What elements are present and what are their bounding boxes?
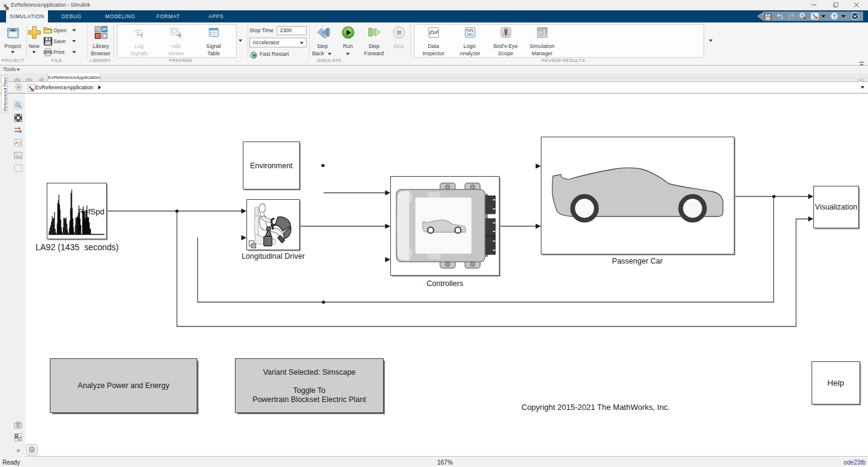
simulation-mode-caret bbox=[300, 42, 303, 44]
new-caret bbox=[32, 51, 36, 53]
run-icon bbox=[342, 26, 354, 41]
save-caret[interactable] bbox=[72, 40, 76, 43]
simulation-mode-dropdown[interactable]: Accelerator bbox=[249, 38, 307, 47]
diagram-stage: RefSpd LA92 (1435 seconds) Environment bbox=[0, 94, 868, 457]
project-caret bbox=[11, 51, 15, 53]
section-label-project: PROJECT bbox=[0, 57, 26, 64]
add-viewer-label1: Add bbox=[159, 43, 193, 50]
ecu-icon bbox=[391, 177, 498, 274]
step-forward-icon bbox=[367, 26, 382, 43]
block-longitudinal-driver[interactable] bbox=[246, 199, 300, 250]
subsystem-badge-icon[interactable] bbox=[15, 84, 22, 90]
toolstrip-ribbon: Project New Open bbox=[0, 22, 868, 66]
solver-link[interactable]: ode23tb bbox=[844, 459, 866, 466]
birds-eye-scope-label2: Scope bbox=[489, 50, 523, 57]
quick-access-toolbar: ? bbox=[757, 12, 863, 21]
qat-minimize-toolstrip-icon[interactable] bbox=[851, 12, 859, 21]
qat-undo-icon[interactable] bbox=[776, 12, 784, 21]
breadcrumb-bar: EvReferenceApplication bbox=[0, 82, 868, 94]
print-label: Print bbox=[53, 49, 64, 56]
longitudinal-driver-label[interactable]: Longitudinal Driver bbox=[225, 252, 322, 261]
simulation-manager-icon bbox=[536, 26, 549, 41]
referenced-files-tab[interactable]: Referenced Files bbox=[1, 75, 8, 113]
tools-label[interactable]: Tools bbox=[3, 66, 16, 73]
tab-format[interactable]: FORMAT bbox=[152, 10, 185, 22]
birds-eye-scope-icon bbox=[500, 26, 512, 41]
model-data-button[interactable] bbox=[26, 444, 38, 455]
block-environment[interactable]: Environment bbox=[243, 141, 300, 189]
add-viewer-label2: Viewer bbox=[159, 50, 193, 57]
tab-apps[interactable]: APPS bbox=[203, 10, 229, 22]
qat-search-icon[interactable] bbox=[799, 12, 807, 21]
simulation-mode-value: Accelerator bbox=[253, 39, 280, 46]
step-forward-label2: Forward bbox=[357, 50, 391, 57]
section-label-prepare: PREPARE bbox=[114, 57, 248, 64]
data-inspector-label2: Inspector bbox=[416, 50, 450, 57]
prepare-gallery-caret[interactable] bbox=[239, 39, 242, 42]
run-caret bbox=[346, 53, 350, 55]
step-back-caret bbox=[328, 53, 331, 55]
open-label: Open bbox=[53, 27, 67, 34]
simulink-logo-icon bbox=[2, 2, 10, 9]
stop-icon bbox=[393, 26, 405, 41]
stop-time-input[interactable]: 2300 bbox=[277, 26, 307, 35]
model-canvas-area: A » bbox=[0, 94, 868, 457]
qat-help-icon[interactable]: ? bbox=[830, 12, 838, 21]
status-text: Ready bbox=[2, 459, 20, 466]
open-caret[interactable] bbox=[72, 29, 76, 32]
qat-help-caret[interactable] bbox=[841, 12, 846, 21]
review-gallery-caret[interactable] bbox=[709, 39, 713, 42]
block-passenger-car[interactable] bbox=[541, 137, 734, 254]
tab-modeling[interactable]: MODELING bbox=[102, 10, 138, 22]
document-tab-bar: EvReferenceApplication bbox=[0, 73, 868, 82]
variant-line1: Variant Selected: Simscape bbox=[236, 368, 383, 377]
minimize-button[interactable] bbox=[805, 0, 823, 10]
signal-table-label2: Table bbox=[197, 50, 231, 57]
print-caret[interactable] bbox=[72, 51, 76, 53]
log-signals-icon bbox=[132, 27, 146, 41]
svg-text:?: ? bbox=[833, 13, 836, 19]
car-icon bbox=[541, 137, 733, 253]
block-help[interactable]: Help bbox=[812, 361, 860, 404]
tab-debug[interactable]: DEBUG bbox=[56, 10, 87, 22]
block-visualization[interactable]: Visualization bbox=[813, 186, 859, 228]
qat-screenshot-icon[interactable] bbox=[811, 12, 819, 21]
la92-block-label[interactable]: LA92 (1435 seconds) bbox=[29, 242, 126, 252]
qat-screenshot-caret[interactable] bbox=[821, 12, 826, 21]
new-icon bbox=[27, 25, 42, 43]
document-tab-evreferenceapplication[interactable]: EvReferenceApplication bbox=[47, 73, 101, 81]
qat-redo-icon[interactable] bbox=[788, 12, 796, 21]
tools-row: Tools bbox=[0, 66, 868, 73]
tab-simulation[interactable]: SIMULATION bbox=[6, 10, 48, 22]
library-browser-icon bbox=[93, 25, 109, 43]
block-variant-toggle[interactable]: Variant Selected: Simscape Toggle To Pow… bbox=[235, 358, 384, 413]
log-signals-label2: Signals bbox=[122, 50, 156, 57]
controllers-label[interactable]: Controllers bbox=[396, 279, 493, 288]
variant-line3: Powertrain Blockset Electric Plant bbox=[236, 395, 383, 404]
logic-analyzer-label2: Analyzer bbox=[453, 50, 487, 57]
qat-save-icon[interactable] bbox=[764, 12, 771, 21]
log-signals-label1: Log bbox=[122, 43, 156, 50]
library-browser-label2: Browser bbox=[85, 50, 117, 57]
copyright-annotation: Copyright 2015-2021 The MathWorks, Inc. bbox=[521, 403, 670, 412]
block-analyze-power-energy[interactable]: Analyze Power and Energy bbox=[50, 358, 197, 413]
status-bar: Ready 167% ode23tb bbox=[0, 457, 868, 467]
section-label-library: LIBRARY bbox=[87, 57, 114, 64]
driver-icon bbox=[247, 200, 299, 249]
model-badge-icon bbox=[27, 84, 35, 92]
window-title: EvReferenceApplication - Simulink bbox=[11, 1, 90, 9]
breadcrumb-dropdown-caret[interactable] bbox=[861, 86, 864, 89]
passenger-car-label[interactable]: Passenger Car bbox=[589, 257, 686, 265]
logic-analyzer-label1: Logic bbox=[453, 43, 487, 50]
close-button[interactable] bbox=[847, 0, 866, 10]
save-icon bbox=[43, 37, 53, 48]
breadcrumb-chevron-icon bbox=[98, 85, 101, 90]
referenced-files-label: Referenced Files bbox=[2, 77, 7, 112]
signal-table-label1: Signal bbox=[197, 43, 231, 50]
breadcrumb-model-name[interactable]: EvReferenceApplication bbox=[35, 84, 101, 91]
block-la92-drive-cycle[interactable]: RefSpd bbox=[47, 183, 107, 239]
tools-caret[interactable] bbox=[16, 69, 20, 71]
maximize-button[interactable] bbox=[827, 0, 845, 10]
project-icon bbox=[5, 25, 21, 43]
block-controllers[interactable] bbox=[390, 176, 500, 276]
